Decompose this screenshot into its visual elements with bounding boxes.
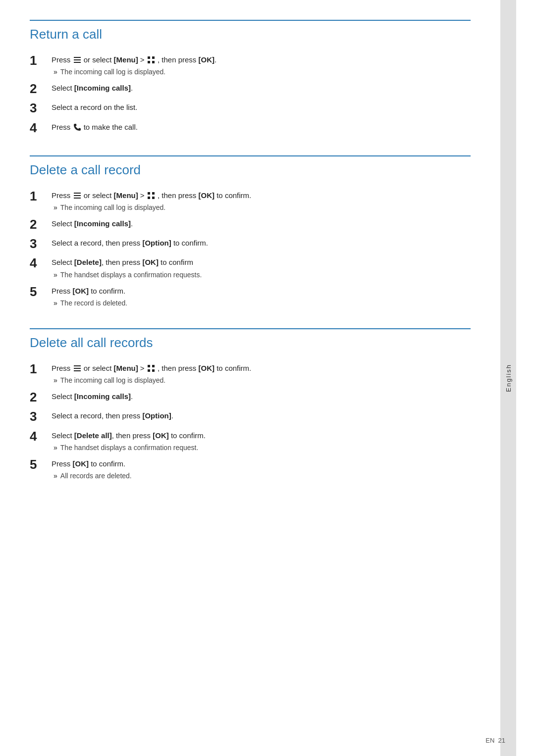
incoming-calls-label: [Incoming calls] [74, 219, 131, 228]
sub-bullet: » [54, 298, 57, 308]
sub-text: The incoming call log is displayed. [60, 202, 165, 213]
step-item: 3 Select a record, then press [Option]. [30, 409, 471, 424]
footer-lang: EN [485, 737, 494, 744]
page-footer: EN 21 [485, 737, 505, 744]
option-label: [Option] [142, 239, 171, 247]
option-label: [Option] [142, 411, 171, 420]
steps-list-delete-a-call-record: 1 Press or select [Menu] > [30, 189, 471, 308]
svg-rect-1 [74, 59, 81, 60]
grid-icon [147, 55, 156, 64]
step-item: 3 Select a record, then press [Option] t… [30, 236, 471, 252]
sub-text: The incoming call log is displayed. [60, 375, 165, 386]
section-delete-all-call-records: Delete all call records 1 Press or selec… [30, 328, 471, 481]
step-item: 3 Select a record on the list. [30, 101, 471, 116]
svg-rect-20 [152, 369, 155, 372]
phone-icon [73, 123, 82, 132]
svg-rect-0 [74, 57, 81, 58]
step-text: Select a record on the list. [52, 101, 471, 113]
section-title-return-a-call: Return a call [30, 20, 471, 45]
delete-label: [Delete] [74, 258, 102, 266]
step-item: 4 Select [Delete all], then press [OK] t… [30, 429, 471, 453]
ok-label: [OK] [142, 258, 159, 266]
section-delete-a-call-record: Delete a call record 1 Press or select [… [30, 155, 471, 308]
sub-text: The handset displays a confirmation requ… [60, 270, 202, 280]
side-tab-label: English [505, 364, 512, 392]
svg-rect-13 [152, 197, 155, 199]
section-return-a-call: Return a call 1 Press or select [Menu] > [30, 20, 471, 136]
step-number: 2 [30, 390, 48, 405]
step-number: 3 [30, 101, 48, 116]
svg-rect-3 [148, 56, 150, 59]
svg-rect-6 [152, 61, 155, 63]
ok-label: [OK] [199, 55, 215, 64]
menu-label: [Menu] [114, 55, 138, 64]
step-content: Select a record, then press [Option]. [52, 409, 471, 421]
step-number: 4 [30, 255, 48, 271]
incoming-calls-label: [Incoming calls] [74, 84, 131, 92]
ok-label: [OK] [73, 459, 89, 468]
delete-all-label: [Delete all] [74, 431, 112, 440]
svg-rect-10 [148, 192, 150, 195]
grid-icon [147, 364, 156, 373]
svg-rect-5 [148, 61, 150, 63]
steps-list-delete-all-call-records: 1 Press or select [Menu] > [30, 361, 471, 481]
step-text: Press [OK] to confirm. [52, 285, 471, 297]
step-content: Press [OK] to confirm. » The record is d… [52, 284, 471, 308]
step-content: Press or select [Menu] > [52, 189, 471, 213]
step-item: 2 Select [Incoming calls]. [30, 390, 471, 405]
svg-rect-18 [152, 365, 155, 367]
step-item: 4 Press to make the call. [30, 120, 471, 136]
side-tab: English [500, 0, 516, 756]
svg-rect-11 [152, 192, 155, 195]
step-number: 2 [30, 217, 48, 232]
svg-rect-17 [148, 365, 150, 367]
section-title-delete-a-call-record: Delete a call record [30, 155, 471, 181]
step-text: Press to make the call. [52, 121, 471, 133]
step-content: Select [Incoming calls]. [52, 390, 471, 402]
sub-text: The incoming call log is displayed. [60, 67, 165, 77]
svg-rect-8 [74, 195, 81, 196]
section-title-delete-all-call-records: Delete all call records [30, 328, 471, 353]
menu-icon [73, 191, 82, 200]
step-text: Select [Incoming calls]. [52, 82, 471, 94]
step-text: Press or select [Menu] > [52, 190, 471, 201]
incoming-calls-label: [Incoming calls] [74, 392, 131, 401]
step-text: Select [Delete all], then press [OK] to … [52, 430, 471, 441]
grid-icon [147, 191, 156, 200]
svg-rect-12 [148, 197, 150, 199]
sub-bullet: » [54, 270, 57, 280]
sub-text: All records are deleted. [60, 471, 132, 481]
ok-label: [OK] [199, 191, 215, 200]
step-number: 1 [30, 189, 48, 204]
step-text: Select a record, then press [Option] to … [52, 237, 471, 249]
sub-bullet: » [54, 375, 57, 386]
step-content: Select [Delete], then press [OK] to conf… [52, 255, 471, 280]
step-text: Select [Incoming calls]. [52, 391, 471, 402]
step-item: 5 Press [OK] to confirm. » The record is… [30, 284, 471, 308]
step-number: 1 [30, 361, 48, 377]
step-content: Select a record on the list. [52, 101, 471, 113]
sub-item: » The handset displays a confirmation re… [54, 270, 471, 280]
sub-text: The record is deleted. [60, 298, 127, 308]
svg-rect-9 [74, 198, 81, 199]
ok-label: [OK] [153, 431, 169, 440]
step-content: Press [OK] to confirm. » All records are… [52, 457, 471, 481]
sub-bullet: » [54, 202, 57, 213]
sub-item: » The incoming call log is displayed. [54, 67, 471, 77]
sub-bullet: » [54, 443, 57, 453]
step-item: 1 Press or select [Menu] > [30, 53, 471, 77]
step-content: Select [Incoming calls]. [52, 81, 471, 94]
step-text: Press [OK] to confirm. [52, 458, 471, 469]
ok-label: [OK] [73, 287, 89, 295]
sub-bullet: » [54, 471, 57, 481]
step-text: Select a record, then press [Option]. [52, 410, 471, 421]
step-text: Select [Delete], then press [OK] to conf… [52, 256, 471, 268]
sub-bullet: » [54, 67, 57, 77]
step-text: Press or select [Menu] > [52, 54, 471, 65]
step-number: 3 [30, 236, 48, 252]
step-number: 4 [30, 429, 48, 444]
sub-item: » The record is deleted. [54, 298, 471, 308]
step-content: Press to make the call. [52, 120, 471, 133]
svg-rect-15 [74, 368, 81, 369]
svg-rect-7 [74, 193, 81, 194]
